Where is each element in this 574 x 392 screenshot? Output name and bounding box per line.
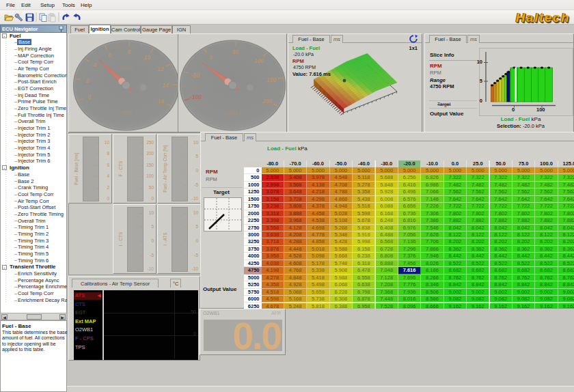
svg-text:16: 16 bbox=[157, 98, 164, 104]
svg-text:0: 0 bbox=[209, 54, 213, 61]
svg-text:RPM: RPM bbox=[120, 110, 132, 116]
svg-text:50: 50 bbox=[232, 48, 239, 55]
svg-text:x1000: x1000 bbox=[119, 65, 133, 71]
svg-text:200: 200 bbox=[262, 98, 272, 104]
svg-text:4: 4 bbox=[92, 61, 96, 68]
svg-text:14: 14 bbox=[162, 82, 169, 89]
svg-text:Load - F: Load - F bbox=[223, 110, 243, 116]
svg-text:150: 150 bbox=[266, 76, 276, 83]
svg-text:100: 100 bbox=[254, 57, 264, 64]
svg-text:6: 6 bbox=[108, 51, 111, 58]
svg-text:2: 2 bbox=[85, 77, 89, 84]
svg-text:0: 0 bbox=[87, 94, 91, 100]
svg-text:8: 8 bbox=[127, 48, 131, 55]
svg-text:-50: -50 bbox=[191, 72, 200, 79]
svg-text:-100: -100 bbox=[190, 94, 202, 100]
svg-text:10: 10 bbox=[144, 54, 151, 61]
svg-text:12: 12 bbox=[157, 66, 164, 72]
